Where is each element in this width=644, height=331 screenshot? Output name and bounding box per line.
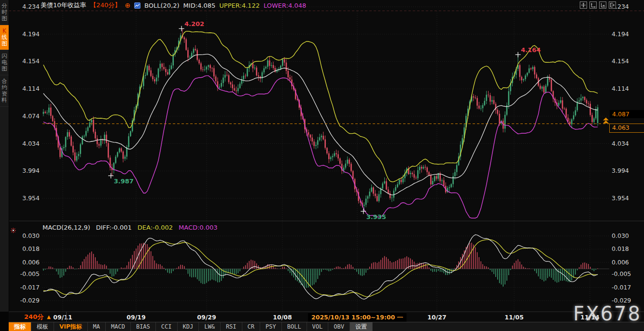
target-icon[interactable]: ⊕ [125, 2, 130, 8]
indicator-tab-bar: 指标模板VIP指标MAMACDBIASCCIKDJLW&RSICRPSYBOLL… [9, 322, 644, 331]
interval-selector[interactable]: 240分 ▲ [9, 312, 67, 322]
instrument-title: 美债10年收益率 [41, 1, 86, 10]
chart-canvas[interactable] [0, 0, 644, 331]
indicator-tab-指标[interactable]: 指标 [9, 322, 31, 331]
hovered-bar-timestamp: 2025/10/13 15:00~19:00 一 [308, 313, 406, 322]
chart-header: 美债10年收益率 【240分】 ⊕ BOLL(20,2) MID:4.085 U… [41, 0, 306, 11]
indicator-tab-BOLL[interactable]: BOLL [282, 322, 307, 331]
indicator-tab-KDJ[interactable]: KDJ [178, 322, 199, 331]
interval-up-arrow-icon: ▲ [47, 314, 51, 319]
indicator-tab-VOL[interactable]: VOL [307, 322, 329, 331]
indicator-tab-RSI[interactable]: RSI [221, 322, 242, 331]
sidebar-tab-3[interactable]: 合 约 资 料 [0, 75, 9, 107]
interval-selector-label: 240分 [24, 313, 43, 321]
sidebar-tab-1[interactable]: K 线 图 [0, 25, 9, 50]
indicator-tab-CCI[interactable]: CCI [156, 322, 178, 331]
macd-macd-value: MACD:0.003 [179, 224, 218, 231]
exit-panel-icon[interactable] [609, 1, 616, 9]
boll-label: BOLL(20,2) [144, 2, 180, 9]
sidebar-corner [0, 312, 9, 331]
indicator-tab-CR[interactable]: CR [242, 322, 260, 331]
interval-tag[interactable]: 【240分】 [90, 1, 121, 10]
macd-diff-value: DIFF:-0.001 [96, 224, 132, 231]
indicator-tab-设置[interactable]: 设置 [350, 322, 373, 331]
macd-header: MACD(26,12,9) DIFF:-0.001 DEA:-0.002 MAC… [42, 224, 218, 231]
indicator-tab-OBV[interactable]: OBV [328, 322, 350, 331]
indicator-tab-LW&[interactable]: LW& [199, 322, 221, 331]
app-window: 分 时 图 K 线 图 闪 电 图 合 约 资 料 美债10年收益率 【240分… [0, 0, 644, 331]
macd-label: MACD(26,12,9) [42, 224, 90, 231]
boll-upper-value: UPPER:4.122 [219, 2, 260, 9]
indicator-settings-icon[interactable] [10, 226, 16, 235]
boll-chart-icon[interactable] [134, 2, 140, 9]
window-controls [580, 1, 616, 9]
fit-horizontal-icon[interactable] [589, 1, 597, 9]
sidebar-tab-0[interactable]: 分 时 图 [0, 0, 9, 25]
indicator-tab-VIP指标[interactable]: VIP指标 [54, 322, 88, 331]
indicator-tab-模板[interactable]: 模板 [31, 322, 54, 331]
fit-vertical-icon[interactable] [599, 1, 606, 9]
indicator-tab-MACD[interactable]: MACD [106, 322, 131, 331]
alert-line-badge[interactable]: 4.063 [609, 124, 644, 133]
boll-lower-value: LOWER:4.048 [264, 2, 306, 9]
sidebar: 分 时 图 K 线 图 闪 电 图 合 约 资 料 [0, 0, 9, 312]
indicator-tab-MA[interactable]: MA [88, 322, 106, 331]
boll-mid-value: MID:4.085 [183, 2, 216, 9]
sidebar-tab-2[interactable]: 闪 电 图 [0, 50, 9, 75]
pan-icon[interactable] [580, 1, 587, 9]
indicator-tab-BIAS[interactable]: BIAS [131, 322, 156, 331]
macd-dea-value: DEA:-0.002 [138, 224, 173, 231]
indicator-tab-PSY[interactable]: PSY [260, 322, 282, 331]
